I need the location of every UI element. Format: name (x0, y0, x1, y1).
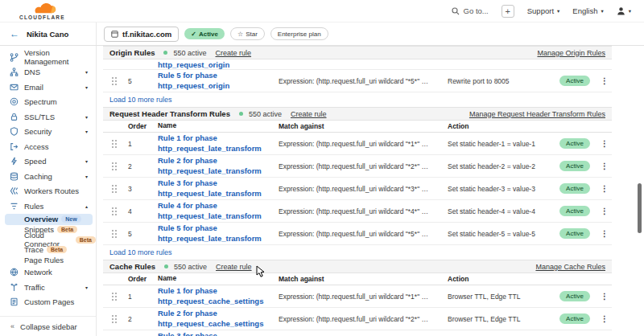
sidebar-item-version-management[interactable]: Version Management (0, 50, 96, 65)
drag-handle-icon[interactable] (111, 76, 118, 86)
rule-name-link[interactable]: Rule 3 for phase http_request_late_trans… (158, 178, 279, 199)
sidebar-subitem-page-rules[interactable]: Page Rules (0, 255, 96, 265)
drag-handle-icon[interactable] (111, 162, 118, 171)
support-menu[interactable]: Support ▾ (527, 6, 560, 15)
kebab-menu-button[interactable]: ⋮ (597, 184, 612, 193)
account-menu[interactable]: ▾ (617, 6, 631, 15)
sidebar-item-custom-pages[interactable]: Custom Pages (0, 295, 96, 310)
cloudflare-logo[interactable]: CLOUDFLARE (19, 3, 65, 21)
sidebar-item-security[interactable]: Security▾ (0, 125, 96, 140)
table-row: 1Rule 1 for phase http_request_cache_set… (103, 285, 612, 308)
rule-order: 3 (122, 185, 158, 193)
collapse-sidebar-button[interactable]: « Collapse sidebar (0, 316, 96, 336)
table-row: 2Rule 2 for phase http_request_late_tran… (103, 155, 612, 178)
sidebar-item-rules[interactable]: Rules▴ (0, 199, 96, 214)
kebab-menu-button[interactable]: ⋮ (597, 314, 612, 323)
sidebar-item-label: Workers Routes (24, 186, 79, 195)
sidebar-item-speed[interactable]: Speed▾ (0, 154, 96, 170)
rule-name-link[interactable]: Rule 2 for phase http_request_late_trans… (158, 156, 279, 176)
load-more-rules-link[interactable]: Load 10 more rules (103, 92, 612, 107)
manage-rules-link[interactable]: Manage Request Header Transform Rules (469, 110, 605, 118)
star-button[interactable]: ☆ Star (230, 27, 265, 40)
support-label: Support (527, 6, 554, 15)
plan-badge: Enterprise plan (270, 27, 328, 40)
chevron-down-icon: ▾ (629, 8, 631, 14)
drag-handle-icon[interactable] (111, 314, 118, 324)
sidebar-item-workers-routes[interactable]: Workers Routes (0, 184, 96, 199)
kebab-menu-button[interactable]: ⋮ (597, 139, 612, 148)
create-rule-link[interactable]: Create rule (216, 49, 252, 57)
status-cell: Active (552, 161, 597, 171)
status-cell: Active (552, 291, 597, 301)
sidebar-item-ssl-tls[interactable]: SSL/TLS▾ (0, 109, 96, 125)
manage-rules-link[interactable]: Manage Cache Rules (535, 263, 605, 271)
chevron-down-icon: ▾ (85, 84, 88, 90)
chevron-down-icon: ▾ (85, 285, 88, 290)
chevron-down-icon: ▾ (557, 8, 559, 14)
sidebar-subitem-cloud-connector[interactable]: Cloud ConnectorBeta (0, 235, 96, 245)
rule-order: 5 (122, 230, 158, 238)
rule-name-link[interactable]: http_request_origin (158, 59, 229, 69)
rule-name-link[interactable]: Rule 3 for phase http_request_cache_sett… (158, 331, 279, 336)
sidebar-item-access[interactable]: Access (0, 139, 96, 154)
cloudflare-cloud-icon (25, 3, 59, 14)
status-cell: Active (552, 228, 597, 239)
drag-handle-icon[interactable] (111, 139, 118, 149)
drag-cell (111, 162, 122, 171)
rule-action: Set static header-3 = value-3 (440, 185, 552, 193)
sidebar-item-dns[interactable]: DNS▾ (0, 65, 96, 80)
collapse-icon: « (10, 322, 14, 330)
sidebar-subitem-trace[interactable]: TraceBeta (0, 245, 96, 256)
page-body: Version ManagementDNS▾Email▾SpectrumSSL/… (0, 46, 644, 336)
rule-name-link[interactable]: Rule 5 for phase http_request_late_trans… (158, 223, 279, 244)
rule-name-link[interactable]: Rule 4 for phase http_request_late_trans… (158, 201, 279, 221)
sidebar: Version ManagementDNS▾Email▾SpectrumSSL/… (0, 46, 97, 336)
language-menu[interactable]: English ▾ (572, 6, 603, 15)
status-cell: Active (552, 206, 597, 216)
kebab-menu-button[interactable]: ⋮ (597, 207, 612, 215)
sidebar-item-network[interactable]: Network (0, 265, 96, 281)
sidebar-item-label: Security (24, 127, 52, 136)
plan-label: Enterprise plan (278, 31, 321, 38)
back-arrow-icon[interactable]: ← (10, 28, 19, 39)
sidebar-item-traffic[interactable]: Traffic▾ (0, 280, 96, 295)
sidebar-item-label: Rules (24, 202, 43, 211)
sidebar-item-caching[interactable]: Caching▾ (0, 169, 96, 184)
rule-name-link[interactable]: Rule 5 for phase http_request_origin (158, 71, 279, 91)
drag-handle-icon[interactable] (111, 229, 118, 239)
sidebar-item-spectrum[interactable]: Spectrum (0, 95, 96, 110)
kebab-menu-button[interactable]: ⋮ (597, 162, 612, 170)
rule-match-expression: Expression: (http.request.full_uri wildc… (279, 185, 440, 193)
new-badge: New (61, 215, 80, 223)
kebab-menu-button[interactable]: ⋮ (597, 76, 612, 85)
active-dot (163, 51, 167, 55)
active-dot (164, 264, 168, 268)
table-row: 2Rule 2 for phase http_request_cache_set… (103, 308, 612, 330)
domain-selector[interactable]: tf.nikitac.com (104, 27, 179, 42)
load-more-rules-link[interactable]: Load 10 more rules (103, 245, 612, 260)
manage-rules-link[interactable]: Manage Origin Rules (537, 49, 605, 57)
rule-match-expression: Expression: (http.request.full_uri wildc… (279, 293, 440, 301)
drag-handle-icon[interactable] (111, 292, 118, 301)
top-bar-actions: Go to... + Support ▾ English ▾ ▾ (452, 5, 631, 18)
create-rule-link[interactable]: Create rule (216, 263, 252, 271)
global-search[interactable]: Go to... (452, 6, 489, 15)
create-rule-link[interactable]: Create rule (291, 110, 327, 118)
rule-name-link[interactable]: Rule 1 for phase http_request_cache_sett… (158, 286, 279, 306)
account-breadcrumb: ← Nikita Cano (0, 23, 97, 45)
kebab-menu-button[interactable]: ⋮ (597, 292, 612, 301)
rule-name-link[interactable]: Rule 1 for phase http_request_late_trans… (158, 133, 279, 154)
sidebar-item-email[interactable]: Email▾ (0, 80, 96, 95)
add-button[interactable]: + (502, 5, 514, 18)
kebab-menu-button[interactable]: ⋮ (597, 229, 612, 238)
vertical-scrollbar-thumb[interactable] (638, 183, 642, 233)
chevron-down-icon: ▾ (85, 69, 88, 75)
rule-name-link[interactable]: Rule 2 for phase http_request_cache_sett… (158, 309, 279, 329)
drag-handle-icon[interactable] (111, 184, 118, 194)
drag-cell (111, 292, 122, 301)
sidebar-subitem-overview[interactable]: OverviewNew (5, 214, 93, 225)
rule-action: Set static header-2 = value-2 (440, 162, 552, 170)
drag-handle-icon[interactable] (111, 207, 118, 216)
sidebar-subitem-label: Overview (24, 215, 58, 223)
rule-order: 4 (122, 207, 158, 215)
